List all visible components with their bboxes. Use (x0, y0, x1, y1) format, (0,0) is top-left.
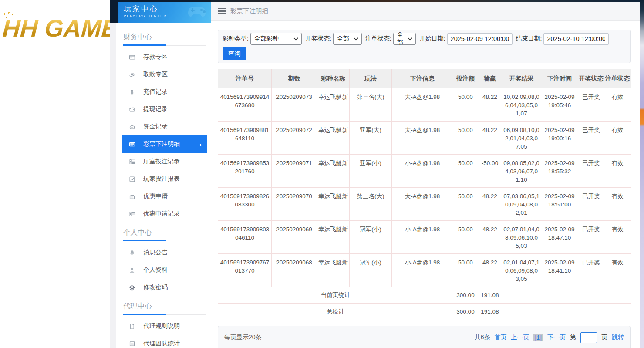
jump-button[interactable]: 跳转 (612, 334, 624, 341)
scrollbar-strip[interactable] (640, 0, 644, 348)
chevron-down-icon (354, 37, 358, 41)
table-cell: 亚军(小) (350, 155, 392, 188)
sidebar-item-提现记录[interactable]: 提现记录 (122, 101, 207, 118)
column-header: 注单状态 (604, 69, 631, 88)
total-count: 共6条 (475, 334, 490, 341)
pagination-panel: 每页显示20条 共6条 首页 上一页 [1] 下一页 第 页 跳转 (218, 326, 631, 348)
summary-row: 当前页统计300.00191.08 (218, 287, 631, 304)
query-button[interactable]: 查询 (223, 47, 246, 60)
hand-icon (128, 71, 135, 78)
bet-status-label: 注单状态: (365, 35, 391, 43)
column-header: 投注额 (453, 69, 478, 88)
sidebar-item-个人资料[interactable]: 个人资料 (122, 261, 207, 279)
sidebar-item-玩家投注报表[interactable]: 玩家投注报表 (122, 170, 207, 188)
lottery-type-select[interactable]: 全部彩种 (250, 33, 302, 45)
sidebar-item-存款专区[interactable]: 存款专区 (122, 48, 207, 66)
sidebar-item-资金记录[interactable]: 资金记录 (122, 118, 207, 135)
brand-logo: HH GAME (2, 14, 110, 42)
filter-panel: 彩种类型: 全部彩种 开奖状态: 全部 注单状态: 全部 开始日期: 结束日期: (218, 30, 631, 63)
sidebar-item-彩票下注明细[interactable]: 彩票下注明细› (122, 135, 207, 153)
sidebar-item-label: 消息公告 (143, 249, 168, 257)
chevron-right-icon: › (199, 141, 202, 148)
page-title: 彩票下注明细 (230, 7, 268, 15)
sidebar-item-label: 代理规则说明 (143, 322, 180, 330)
table-cell: 50.00 (453, 88, 478, 122)
table-cell: 06,09,08,10,02,01,04,03,07,05 (502, 122, 541, 155)
table-cell: 幸运飞艇新 (317, 254, 350, 287)
list2-icon (128, 210, 135, 217)
section-title-0: 财务中心 (123, 32, 206, 46)
start-date-label: 开始日期: (419, 35, 445, 43)
table-cell: 48.22 (478, 188, 502, 221)
next-page-link[interactable]: 下一页 (547, 334, 566, 341)
gift-icon (128, 193, 135, 200)
sidebar-item-取款专区[interactable]: 取款专区 (122, 66, 207, 83)
prev-page-link[interactable]: 上一页 (511, 334, 529, 341)
table-cell: 07,03,06,05,10,09,04,08,02,01 (502, 188, 541, 221)
table-cell: 大-A盘@1.98 (392, 188, 453, 221)
logo-pane: HH GAME (0, 0, 110, 348)
sidebar-item-代理团队统计[interactable]: 代理团队统计 (122, 335, 207, 348)
sidebar-top: 玩家中心 PLAYERS CENTER (110, 0, 211, 23)
table-cell: 50.00 (453, 221, 478, 254)
sidebar-item-优惠申请记录[interactable]: 优惠申请记录 (122, 205, 207, 223)
table-cell: 50.00 (453, 122, 478, 155)
end-date-input[interactable] (543, 33, 609, 45)
table-cell: 48.22 (478, 221, 502, 254)
first-page-link[interactable]: 首页 (494, 334, 506, 341)
table-cell: 09,08,05,02,04,03,06,07,01,10 (502, 155, 541, 188)
start-date-input[interactable] (447, 33, 513, 45)
summary-label: 当前页统计 (218, 287, 453, 304)
sidebar-item-修改密码[interactable]: 修改密码 (122, 279, 207, 296)
report-icon (128, 176, 135, 182)
sidebar-item-消息公告[interactable]: 消息公告 (122, 244, 207, 261)
table-cell: 冠军(小) (350, 221, 392, 254)
table-row: 40156917390982608330020250209070幸运飞艇新第三名… (218, 188, 631, 221)
table-cell: 48.22 (478, 122, 502, 155)
sidebar-item-label: 取款专区 (143, 71, 168, 78)
sidebar-item-代理规则说明[interactable]: 代理规则说明 (122, 318, 207, 335)
table-cell: 有效 (604, 122, 631, 155)
lottery-type-label: 彩种类型: (223, 35, 249, 43)
table-cell: 有效 (604, 221, 631, 254)
column-header: 输赢 (478, 69, 502, 88)
sidebar-item-label: 个人资料 (143, 266, 168, 274)
sidebar-item-厅室投注记录[interactable]: 厅室投注记录 (122, 153, 207, 170)
table-row: 40156917390980304611020250209069幸运飞艇新冠军(… (218, 221, 631, 254)
table-cell: 幸运飞艇新 (317, 88, 350, 122)
summary-winloss-total: 191.08 (478, 304, 502, 320)
table-cell: 第三名(大) (350, 88, 392, 122)
column-header: 下注信息 (392, 69, 453, 88)
table-cell: 401569173909853201760 (218, 155, 272, 188)
summary-empty (502, 287, 631, 304)
menu-toggle-icon[interactable] (218, 8, 226, 14)
table-cell: 20250209073 (272, 88, 317, 122)
table-cell: 亚军(大) (350, 122, 392, 155)
table-cell: 02,07,01,04,08,09,06,10,05,03 (502, 221, 541, 254)
sidebar-item-label: 玩家投注报表 (143, 175, 180, 183)
section-title-2: 代理中心 (123, 301, 206, 315)
pager: 共6条 首页 上一页 [1] 下一页 第 页 跳转 (475, 332, 624, 343)
table-cell: 已开奖 (578, 221, 604, 254)
moneybag-icon (128, 88, 135, 95)
bet-status-select[interactable]: 全部 (393, 33, 416, 45)
draw-status-select[interactable]: 全部 (333, 33, 362, 45)
table-cell: 幸运飞艇新 (317, 221, 350, 254)
sidebar-item-label: 提现记录 (143, 105, 168, 113)
jump-page-input[interactable] (580, 332, 597, 343)
table-cell: 2025-02-09 19:05:46 (541, 88, 578, 122)
table-cell: 2025-02-09 19:00:16 (541, 122, 578, 155)
table-cell: 2025-02-09 18:51:00 (541, 188, 578, 221)
table-cell: 有效 (604, 188, 631, 221)
chevron-down-icon (293, 37, 298, 41)
table-cell: 第三名(大) (350, 188, 392, 221)
sidebar-item-充值记录[interactable]: 充值记录 (122, 83, 207, 101)
wallet-icon (128, 106, 135, 113)
table-cell: 有效 (604, 155, 631, 188)
sidebar-item-优惠申请[interactable]: 优惠申请 (122, 188, 207, 205)
column-header: 注单号 (218, 69, 272, 88)
table-header-row: 注单号期数彩种名称玩法下注信息投注额输赢开奖结果下注时间开奖状态注单状态 (218, 69, 631, 88)
table-row: 40156917390991467368020250209073幸运飞艇新第三名… (218, 88, 631, 122)
table-row: 40156917390985320176020250209071幸运飞艇新亚军(… (218, 155, 631, 188)
table-cell: 大-A盘@1.98 (392, 88, 453, 122)
